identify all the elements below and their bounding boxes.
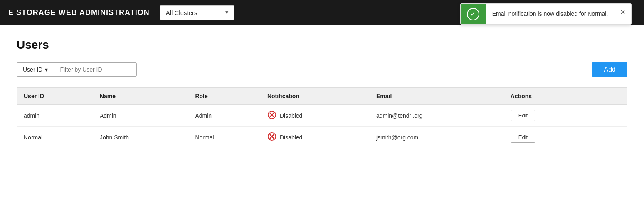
more-options-button[interactable]: ⋮ xyxy=(539,133,552,142)
filter-input[interactable] xyxy=(54,62,137,77)
notification-status: Disabled xyxy=(280,112,302,119)
cluster-select[interactable]: All Clusters xyxy=(160,5,234,20)
main-content: Users User ID ▾ Add User ID Name Role No… xyxy=(0,25,644,211)
table-body: admin Admin Admin Disabled admin@tendrl.… xyxy=(17,105,627,148)
table-row: Normal John Smith Normal Disabled jsmith… xyxy=(17,127,627,148)
cell-name: Admin xyxy=(93,105,189,127)
cluster-select-wrapper: All Clusters ▼ xyxy=(160,5,234,20)
table-row: admin Admin Admin Disabled admin@tendrl.… xyxy=(17,105,627,127)
cell-email: admin@tendrl.org xyxy=(370,105,504,127)
more-options-button[interactable]: ⋮ xyxy=(539,111,552,120)
col-role: Role xyxy=(188,88,260,105)
toast-message: Email notification is now disabled for N… xyxy=(486,4,615,24)
check-circle-icon: ✓ xyxy=(467,8,479,20)
cell-user-id: admin xyxy=(17,105,93,127)
col-actions: Actions xyxy=(504,88,627,105)
cell-user-id: Normal xyxy=(17,127,93,148)
cell-email: jsmith@org.com xyxy=(370,127,504,148)
app-title: E STORAGE WEB ADMINISTRATION xyxy=(8,8,150,17)
col-user-id: User ID xyxy=(17,88,93,105)
cell-actions: Edit ⋮ xyxy=(504,127,627,148)
toast-success-area: ✓ xyxy=(461,4,486,24)
col-notification: Notification xyxy=(261,88,370,105)
toast-close-button[interactable]: × xyxy=(614,4,631,20)
disabled-icon xyxy=(267,110,276,121)
page-title: Users xyxy=(17,38,627,52)
disabled-icon xyxy=(267,132,276,142)
header: E STORAGE WEB ADMINISTRATION All Cluster… xyxy=(0,0,644,25)
filter-bar: User ID ▾ Add xyxy=(17,62,627,77)
cell-notification: Disabled xyxy=(261,105,370,127)
filter-left: User ID ▾ xyxy=(17,62,137,77)
cell-name: John Smith xyxy=(93,127,189,148)
toast-notification: ✓ Email notification is now disabled for… xyxy=(460,3,632,25)
cell-actions: Edit ⋮ xyxy=(504,105,627,127)
filter-chevron-icon: ▾ xyxy=(45,66,48,73)
edit-button[interactable]: Edit xyxy=(511,132,535,143)
filter-type-label: User ID xyxy=(23,66,42,73)
table-header: User ID Name Role Notification Email Act… xyxy=(17,88,627,105)
cell-role: Normal xyxy=(188,127,260,148)
col-email: Email xyxy=(370,88,504,105)
col-name: Name xyxy=(93,88,189,105)
notification-status: Disabled xyxy=(280,134,302,141)
add-button[interactable]: Add xyxy=(592,62,627,77)
filter-type-button[interactable]: User ID ▾ xyxy=(17,62,54,77)
cell-notification: Disabled xyxy=(261,127,370,148)
edit-button[interactable]: Edit xyxy=(511,110,535,121)
cell-role: Admin xyxy=(188,105,260,127)
users-table: User ID Name Role Notification Email Act… xyxy=(17,87,627,148)
